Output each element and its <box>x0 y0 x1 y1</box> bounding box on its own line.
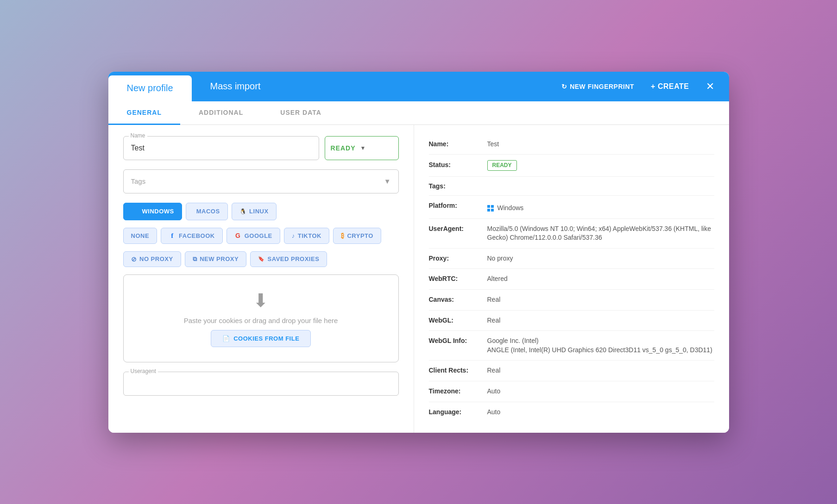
tab-new-profile[interactable]: New profile <box>108 75 192 101</box>
chevron-down-icon: ▼ <box>360 145 366 151</box>
tags-group: Tags ▼ <box>123 169 399 193</box>
platform-btn-linux[interactable]: 🐧 LINUX <box>232 203 277 220</box>
proxy-btn-savedproxy[interactable]: 🔖 SAVED PROXIES <box>250 251 327 267</box>
info-value-webrtc: Altered <box>487 274 714 284</box>
info-row-platform: Platform: Windows <box>429 196 714 219</box>
browser-btn-facebook[interactable]: f FACEBOOK <box>161 228 223 244</box>
windows-label: WINDOWS <box>142 208 174 215</box>
google-icon: G <box>234 232 242 239</box>
info-row-name: Name: Test <box>429 134 714 155</box>
platform-btn-windows[interactable]: WINDOWS <box>123 203 182 220</box>
browser-btn-none[interactable]: NONE <box>123 228 157 244</box>
info-label-tags: Tags: <box>429 182 480 190</box>
dialog: New profile Mass import ↻ NEW FINGERPRIN… <box>108 72 729 433</box>
left-panel: Name READY ▼ Tags ▼ <box>108 125 414 433</box>
windows-icon <box>131 207 139 216</box>
info-value-platform: Windows <box>487 201 714 213</box>
info-label-webrtc: WebRTC: <box>429 275 480 282</box>
create-button[interactable]: + CREATE <box>643 79 696 94</box>
info-label-proxy: Proxy: <box>429 255 480 262</box>
info-row-webglinfo: WebGL Info: Google Inc. (Intel) ANGLE (I… <box>429 331 714 361</box>
main-content: Name READY ▼ Tags ▼ <box>108 125 729 433</box>
info-row-status: Status: READY <box>429 155 714 177</box>
proxy-btn-newproxy[interactable]: ⧉ NEW PROXY <box>185 251 246 267</box>
info-label-name: Name: <box>429 140 480 148</box>
facebook-label: FACEBOOK <box>179 232 215 239</box>
info-label-platform: Platform: <box>429 202 480 209</box>
crypto-icon: ₿ <box>341 232 345 239</box>
facebook-icon: f <box>169 232 176 240</box>
platform-buttons: WINDOWS MACOS 🐧 LINUX <box>123 203 399 220</box>
crypto-label: CRYPTO <box>347 232 373 239</box>
tab-mass-import[interactable]: Mass import <box>192 72 279 101</box>
info-row-useragent: UserAgent: Mozilla/5.0 (Windows NT 10.0;… <box>429 219 714 249</box>
fingerprint-label: NEW FINGERPRINT <box>570 83 634 90</box>
platform-name: Windows <box>497 204 524 213</box>
info-row-clientrects: Client Rects: Real <box>429 361 714 381</box>
tiktok-label: TIKTOK <box>298 232 321 239</box>
linux-label: LINUX <box>249 208 269 215</box>
status-value: READY <box>331 144 356 152</box>
upload-icon: ⬇ <box>253 290 269 311</box>
header: New profile Mass import ↻ NEW FINGERPRIN… <box>108 72 729 101</box>
info-label-useragent: UserAgent: <box>429 225 480 232</box>
sub-tabs: GENERAL ADDITIONAL USER DATA <box>108 101 729 125</box>
name-label: Name <box>129 132 147 139</box>
cookies-btn-label: COOKIES FROM FILE <box>233 335 299 342</box>
header-right: ↻ NEW FINGERPRINT + CREATE ✕ <box>556 72 729 101</box>
noproxy-label: NO PROXY <box>139 255 173 262</box>
newproxy-label: NEW PROXY <box>200 255 239 262</box>
none-label: NONE <box>131 232 150 239</box>
info-label-webgl: WebGL: <box>429 317 480 324</box>
tags-select[interactable]: Tags ▼ <box>123 169 399 193</box>
info-value-webglinfo: Google Inc. (Intel) ANGLE (Intel, Intel(… <box>487 336 714 355</box>
status-dropdown[interactable]: READY ▼ <box>325 136 399 160</box>
info-value-canvas: Real <box>487 295 714 305</box>
tags-chevron-icon: ▼ <box>384 177 391 185</box>
name-status-row: Name READY ▼ <box>123 136 399 160</box>
info-row-webgl: WebGL: Real <box>429 311 714 331</box>
tab-general[interactable]: GENERAL <box>108 101 180 125</box>
savedproxy-label: SAVED PROXIES <box>268 255 320 262</box>
close-button[interactable]: ✕ <box>700 77 720 96</box>
info-value-status: READY <box>487 160 714 171</box>
info-label-language: Language: <box>429 408 480 416</box>
google-label: GOOGLE <box>245 232 272 239</box>
info-row-language: Language: Auto <box>429 402 714 423</box>
new-fingerprint-button[interactable]: ↻ NEW FINGERPRINT <box>556 79 640 94</box>
info-value-proxy: No proxy <box>487 254 714 263</box>
useragent-wrap: Useragent <box>123 372 399 396</box>
useragent-input[interactable] <box>123 372 399 396</box>
tab-additional[interactable]: ADDITIONAL <box>180 101 262 125</box>
info-value-useragent: Mozilla/5.0 (Windows NT 10.0; Win64; x64… <box>487 224 714 243</box>
info-row-canvas: Canvas: Real <box>429 290 714 311</box>
info-value-clientrects: Real <box>487 366 714 375</box>
name-input[interactable] <box>123 136 319 160</box>
info-row-timezone: Timezone: Auto <box>429 381 714 402</box>
browser-btn-google[interactable]: G GOOGLE <box>227 228 280 244</box>
cookie-area-text: Paste your cookies or drag and drop your… <box>184 317 338 324</box>
browser-buttons: NONE f FACEBOOK G GOOGLE ♪ TIKTOK ₿ CRYP… <box>123 228 399 244</box>
file-icon: 📄 <box>222 335 230 342</box>
cookies-from-file-button[interactable]: 📄 COOKIES FROM FILE <box>211 330 311 347</box>
linux-icon: 🐧 <box>239 208 247 215</box>
info-value-name: Test <box>487 140 714 149</box>
browser-btn-crypto[interactable]: ₿ CRYPTO <box>333 228 381 244</box>
name-input-wrap: Name <box>123 136 319 160</box>
browser-btn-tiktok[interactable]: ♪ TIKTOK <box>284 228 329 244</box>
macos-label: MACOS <box>196 208 220 215</box>
newproxy-icon: ⧉ <box>193 255 197 263</box>
useragent-label: Useragent <box>129 368 158 374</box>
info-row-webrtc: WebRTC: Altered <box>429 269 714 290</box>
info-label-clientrects: Client Rects: <box>429 367 480 374</box>
info-row-tags: Tags: <box>429 177 714 196</box>
status-badge: READY <box>487 160 517 171</box>
tiktok-icon: ♪ <box>292 232 295 239</box>
platform-btn-macos[interactable]: MACOS <box>186 203 228 220</box>
info-label-status: Status: <box>429 161 480 168</box>
proxy-btn-noproxy[interactable]: ⊘ NO PROXY <box>123 251 181 267</box>
windows-platform-icon <box>487 205 494 212</box>
tab-user-data[interactable]: USER DATA <box>262 101 340 125</box>
cookie-drop-area[interactable]: ⬇ Paste your cookies or drag and drop yo… <box>123 274 399 362</box>
proxy-buttons: ⊘ NO PROXY ⧉ NEW PROXY 🔖 SAVED PROXIES <box>123 251 399 267</box>
